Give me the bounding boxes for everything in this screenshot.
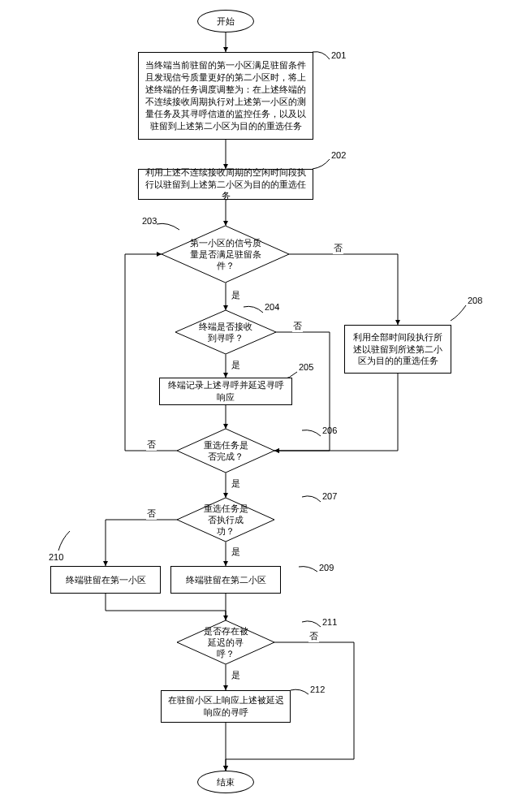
edge-206-no: 否	[146, 438, 157, 451]
decision-211: 是否存在被延迟的寻呼？	[177, 620, 274, 664]
decision-206: 重选任务是否完成？	[177, 429, 274, 473]
decision-204-text: 终端是否接收到寻呼？	[188, 321, 263, 344]
decision-207-text: 重选任务是否执行成功？	[190, 503, 261, 538]
process-208: 利用全部时间段执行所述以驻留到所述第二小区为目的的重选任务	[344, 325, 451, 374]
decision-203-text: 第一小区的信号质量是否满足驻留条件？	[178, 237, 274, 272]
ref-211: 211	[322, 617, 337, 627]
decision-203: 第一小区的信号质量是否满足驻留条件？	[162, 226, 289, 283]
terminal-start: 开始	[197, 10, 254, 32]
edge-211-no: 否	[308, 630, 319, 642]
ref-212: 212	[310, 685, 325, 694]
ref-207: 207	[322, 491, 337, 501]
ref-206: 206	[322, 425, 337, 435]
decision-206-text: 重选任务是否完成？	[190, 439, 261, 463]
terminal-start-label: 开始	[217, 15, 235, 28]
edge-207-no: 否	[146, 508, 157, 520]
ref-202: 202	[331, 150, 346, 160]
ref-208: 208	[468, 296, 482, 305]
edge-211-yes: 是	[231, 669, 241, 681]
decision-204: 终端是否接收到寻呼？	[175, 310, 276, 354]
decision-207: 重选任务是否执行成功？	[177, 498, 274, 542]
process-201: 当终端当前驻留的第一小区满足驻留条件且发现信号质量更好的第二小区时，将上述终端的…	[138, 52, 313, 140]
process-209: 终端驻留在第二小区	[170, 566, 281, 594]
terminal-end-label: 结束	[217, 776, 235, 788]
edge-207-yes: 是	[231, 546, 241, 558]
process-210: 终端驻留在第一小区	[50, 566, 161, 594]
ref-203: 203	[142, 216, 157, 226]
process-210-text: 终端驻留在第一小区	[66, 574, 146, 586]
edge-206-yes: 是	[231, 477, 241, 490]
ref-201: 201	[331, 50, 346, 60]
process-205: 终端记录上述寻呼并延迟寻呼响应	[159, 378, 292, 405]
edge-203-no: 否	[333, 242, 343, 254]
process-209-text: 终端驻留在第二小区	[186, 574, 266, 586]
process-212: 在驻留小区上响应上述被延迟响应的寻呼	[161, 690, 291, 723]
edge-204-no: 否	[292, 320, 303, 332]
process-208-text: 利用全部时间段执行所述以驻留到所述第二小区为目的的重选任务	[350, 331, 446, 368]
edge-204-yes: 是	[231, 359, 241, 371]
ref-209: 209	[319, 563, 334, 572]
process-202: 利用上述不连续接收周期的空闲时间段执行以驻留到上述第二小区为目的的重选任务	[138, 169, 313, 200]
ref-210: 210	[49, 552, 63, 562]
decision-211-text: 是否存在被延迟的寻呼？	[190, 625, 261, 660]
edge-203-yes: 是	[231, 289, 241, 301]
process-212-text: 在驻留小区上响应上述被延迟响应的寻呼	[166, 694, 285, 719]
process-201-text: 当终端当前驻留的第一小区满足驻留条件且发现信号质量更好的第二小区时，将上述终端的…	[144, 59, 308, 132]
process-202-text: 利用上述不连续接收周期的空闲时间段执行以驻留到上述第二小区为目的的重选任务	[144, 166, 308, 203]
process-205-text: 终端记录上述寻呼并延迟寻呼响应	[165, 379, 287, 404]
ref-205: 205	[299, 362, 313, 372]
terminal-end: 结束	[197, 771, 254, 793]
ref-204: 204	[265, 302, 279, 312]
